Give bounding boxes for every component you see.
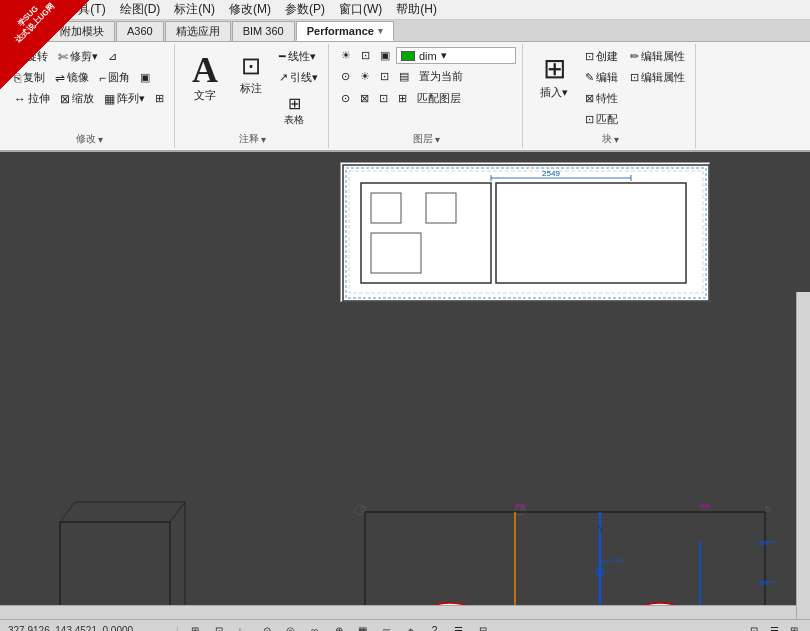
status-am-icon[interactable]: ⊟ <box>475 623 491 632</box>
btn-linear[interactable]: ━线性▾ <box>275 47 322 66</box>
btn-layer-icon7[interactable]: ⊡ <box>375 90 392 107</box>
leader-icon: ↗ <box>279 71 288 84</box>
btn-layer-lock[interactable]: ⊡ <box>357 47 374 64</box>
tabs-row: 输出 附加模块 A360 精选应用 BIM 360 Performance ▾ <box>0 20 810 42</box>
btn-misc2[interactable]: ▣ <box>136 69 154 86</box>
status-tp-icon[interactable]: ⌖ <box>403 623 419 632</box>
status-osnap-icon[interactable]: ◎ <box>283 623 299 632</box>
tab-featured[interactable]: 精选应用 <box>165 21 231 41</box>
drawing-top: 2549 <box>340 162 710 302</box>
misc3-icon: ⊞ <box>155 92 164 105</box>
status-polar-icon[interactable]: ⊙ <box>259 623 275 632</box>
status-ducs-icon[interactable]: ⊕ <box>331 623 347 632</box>
table-icon: ⊞ <box>288 94 301 113</box>
modify-expand-icon: ▾ <box>98 134 103 145</box>
status-right-3[interactable]: ⊞ <box>786 623 802 632</box>
btn-table[interactable]: ⊞ 表格 <box>275 89 313 132</box>
status-lw-icon[interactable]: ═ <box>379 623 395 632</box>
menu-draw[interactable]: 绘图(D) <box>114 0 167 19</box>
ribbon-insert-body: ⊞ 插入▾ ⊡ 创建 ✎ 编辑 <box>531 47 689 132</box>
block-expand-icon: ▾ <box>614 134 619 145</box>
btn-edit-attr[interactable]: ✏编辑属性 <box>626 47 689 66</box>
misc2-icon: ▣ <box>140 71 150 84</box>
ribbon-annotate-body: A 文字 ⊡ 标注 ━线性▾ ↗引线▾ <box>183 47 322 132</box>
btn-layer-icon4[interactable]: ▤ <box>395 68 413 85</box>
tab-a360[interactable]: A360 <box>116 21 164 41</box>
svg-line-15 <box>60 502 75 522</box>
svg-text:Y: Y <box>598 524 604 534</box>
btn-fillet[interactable]: ⌐圆角 <box>95 68 134 87</box>
block-section-footer[interactable]: 块 ▾ <box>531 132 689 146</box>
layer-expand-icon: ▾ <box>435 134 440 145</box>
svg-text:300: 300 <box>515 503 526 509</box>
status-right-1[interactable]: ⊡ <box>746 623 762 632</box>
status-sc-icon[interactable]: ☰ <box>451 623 467 632</box>
status-snap-icon[interactable]: ⊡ <box>211 623 227 632</box>
btn-layer-icon3[interactable]: ⊡ <box>376 68 393 85</box>
btn-misc3[interactable]: ⊞ <box>151 90 168 107</box>
modify-section-footer[interactable]: 修改 ▾ <box>10 132 168 146</box>
menu-window[interactable]: 窗口(W) <box>333 0 388 19</box>
btn-layer-icon8[interactable]: ⊞ <box>394 90 411 107</box>
text-icon: A <box>192 52 218 88</box>
btn-char-properties[interactable]: ⊠特性 <box>581 89 622 108</box>
btn-text[interactable]: A 文字 <box>183 47 227 108</box>
tab-performance[interactable]: Performance ▾ <box>296 21 394 41</box>
btn-layer-d[interactable]: ▣ <box>376 47 394 64</box>
array-icon: ▦ <box>104 92 115 106</box>
fillet-icon: ⌐ <box>99 71 106 85</box>
btn-layer-icon2[interactable]: ☀ <box>356 68 374 85</box>
vertical-scrollbar[interactable] <box>796 292 810 619</box>
status-otrack-icon[interactable]: ∞ <box>307 623 323 632</box>
svg-line-12 <box>170 502 185 522</box>
status-qp-icon[interactable]: ? <box>427 623 443 632</box>
btn-layer-icon6[interactable]: ⊠ <box>356 90 373 107</box>
status-ortho-icon[interactable]: ∟ <box>235 623 251 632</box>
status-grid-icon[interactable]: ⊞ <box>187 623 203 632</box>
btn-misc1[interactable]: ⊿ <box>104 48 121 65</box>
btn-scale[interactable]: ⊠缩放 <box>56 89 98 108</box>
layer-dropdown-arrow: ▾ <box>441 49 447 62</box>
btn-match-layer[interactable]: 匹配图层 <box>413 89 465 108</box>
edit-block-icon: ✎ <box>585 71 594 84</box>
btn-create[interactable]: ⊡ 创建 <box>581 47 622 66</box>
horizontal-scrollbar[interactable] <box>0 605 796 619</box>
menu-help[interactable]: 帮助(H) <box>390 0 443 19</box>
status-divider: | <box>176 625 179 631</box>
btn-array[interactable]: ▦阵列▾ <box>100 89 149 108</box>
create-label: 创建 <box>596 49 618 64</box>
ribbon: ↩旋转 ✄修剪▾ ⊿ ⎘复制 ⇌镜像 <box>0 42 810 152</box>
ribbon-content: ↩旋转 ✄修剪▾ ⊿ ⎘复制 ⇌镜像 <box>0 42 810 150</box>
statusbar: 327.9126, 143.4521, 0.0000 | ⊞ ⊡ ∟ ⊙ ◎ ∞… <box>0 619 810 631</box>
menu-modify[interactable]: 修改(M) <box>223 0 277 19</box>
tab-close-icon[interactable]: ▾ <box>378 26 383 36</box>
layer-dropdown[interactable]: dim ▾ <box>396 47 516 64</box>
btn-edit-block[interactable]: ✎ 编辑 <box>581 68 622 87</box>
stretch-icon: ↔ <box>14 92 26 106</box>
match-prop-icon: ⊡ <box>585 113 594 126</box>
btn-insert[interactable]: ⊞ 插入▾ <box>531 47 577 105</box>
layer-section-footer[interactable]: 图层 ▾ <box>337 132 516 146</box>
menu-annotate[interactable]: 标注(N) <box>168 0 221 19</box>
linear-icon: ━ <box>279 50 286 63</box>
btn-match-prop[interactable]: ⊡匹配 <box>581 110 622 129</box>
annotate-section-footer[interactable]: 注释 ▾ <box>183 132 322 146</box>
btn-leader[interactable]: ↗引线▾ <box>275 68 322 87</box>
btn-edit-attr2[interactable]: ⊡编辑属性 <box>626 68 689 87</box>
btn-layer-icon5[interactable]: ⊙ <box>337 90 354 107</box>
ribbon-section-annotate: A 文字 ⊡ 标注 ━线性▾ ↗引线▾ <box>177 44 329 148</box>
btn-layer-icon1[interactable]: ⊙ <box>337 68 354 85</box>
table-label: 表格 <box>284 113 304 127</box>
canvas-area: 2549 ↺ C B B <box>0 152 810 631</box>
svg-text:2549: 2549 <box>542 169 560 178</box>
btn-set-current[interactable]: 置为当前 <box>415 67 467 86</box>
menu-params[interactable]: 参数(P) <box>279 0 331 19</box>
status-right-2[interactable]: ☰ <box>766 623 782 632</box>
btn-stretch[interactable]: ↔拉伸 <box>10 89 54 108</box>
btn-mark[interactable]: ⊡ 标注 <box>231 47 271 101</box>
status-dyn-icon[interactable]: ▦ <box>355 623 371 632</box>
layer-color-swatch <box>401 51 415 61</box>
btn-layer-sun[interactable]: ☀ <box>337 47 355 64</box>
layer-name: dim <box>419 50 437 62</box>
tab-bim360[interactable]: BIM 360 <box>232 21 295 41</box>
